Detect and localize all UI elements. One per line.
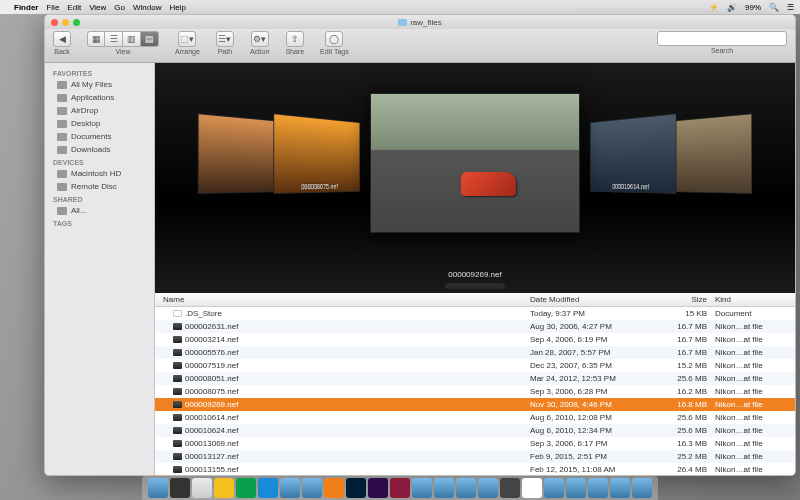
sidebar-item[interactable]: Macintosh HD [45,167,154,180]
table-row[interactable]: 000008051.nefMar 24, 2012, 12:53 PM25.6 … [155,372,795,385]
table-row[interactable]: 000010624.nefAug 6, 2010, 12:34 PM25.6 M… [155,424,795,437]
arrange-button[interactable]: ⬚▾ [178,31,196,47]
sidebar-item[interactable]: AirDrop [45,104,154,117]
dock-app-icon[interactable] [588,478,608,498]
file-icon [173,349,182,356]
sidebar-item[interactable]: Remote Disc [45,180,154,193]
file-size: 16.8 MB [660,400,715,409]
menu-help[interactable]: Help [169,3,185,12]
dock-app-icon[interactable] [566,478,586,498]
sidebar-item[interactable]: Applications [45,91,154,104]
table-row[interactable]: 000009269.nefNov 30, 2008, 4:46 PM16.8 M… [155,398,795,411]
volume-icon[interactable]: 🔊 [727,3,737,12]
dock-finder-icon[interactable] [148,478,168,498]
back-button[interactable]: ◀ [53,31,71,47]
view-icon-button[interactable]: ▦ [87,31,105,47]
file-name: 000010614.nef [185,413,238,422]
sidebar-item-icon [57,170,67,178]
sidebar-item[interactable]: Documents [45,130,154,143]
close-button[interactable] [51,19,58,26]
file-size: 16.7 MB [660,322,715,331]
minimize-button[interactable] [62,19,69,26]
dock-app-icon[interactable] [412,478,432,498]
table-row[interactable]: 000013127.nefFeb 9, 2015, 2:51 PM25.2 MB… [155,450,795,463]
file-kind: Document [715,309,795,318]
edit-tags-label: Edit Tags [320,48,349,55]
sidebar-item-icon [57,207,67,215]
table-row[interactable]: 000008075.nefSep 3, 2006, 6:28 PM16.2 MB… [155,385,795,398]
wifi-icon[interactable]: ⚡ [709,3,719,12]
path-button[interactable]: ☰▾ [216,31,234,47]
action-button[interactable]: ⚙▾ [251,31,269,47]
menu-view[interactable]: View [89,3,106,12]
notification-icon[interactable]: ☰ [787,3,794,12]
back-label: Back [54,48,70,55]
share-button[interactable]: ⇪ [286,31,304,47]
dock-app-icon[interactable] [500,478,520,498]
sidebar-item[interactable]: All... [45,204,154,217]
table-row[interactable]: 000005576.nefJan 28, 2007, 5:57 PM16.7 M… [155,346,795,359]
coverflow-item[interactable]: 000008075.nef [273,113,360,194]
menu-go[interactable]: Go [114,3,125,12]
file-kind: Nikon…at file [715,465,795,474]
dock-app-icon[interactable] [434,478,454,498]
coverflow-item[interactable]: 000010614.nef [590,113,677,194]
sidebar-item[interactable]: Downloads [45,143,154,156]
menu-window[interactable]: Window [133,3,161,12]
view-label: View [115,48,130,55]
menu-file[interactable]: File [46,3,59,12]
table-row[interactable]: 000013069.nefSep 3, 2006, 6:17 PM16.3 MB… [155,437,795,450]
file-list[interactable]: .DS_StoreToday, 9:37 PM15 KBDocument0000… [155,307,795,475]
menu-edit[interactable]: Edit [67,3,81,12]
dock-app-icon[interactable] [192,478,212,498]
file-kind: Nikon…at file [715,322,795,331]
coverflow-center-item[interactable] [370,93,580,233]
dock-app-icon[interactable] [280,478,300,498]
edit-tags-button[interactable]: ◯ [325,31,343,47]
table-row[interactable]: .DS_StoreToday, 9:37 PM15 KBDocument [155,307,795,320]
column-kind[interactable]: Kind [715,295,795,304]
dock-app-icon[interactable] [302,478,322,498]
column-size[interactable]: Size [660,295,715,304]
file-name: 000010624.nef [185,426,238,435]
dock-indesign-icon[interactable] [368,478,388,498]
column-name[interactable]: Name [155,295,530,304]
zoom-button[interactable] [73,19,80,26]
path-label: Path [218,48,232,55]
table-row[interactable]: 000013155.nefFeb 12, 2015, 11:08 AM26.4 … [155,463,795,475]
spotlight-icon[interactable]: 🔍 [769,3,779,12]
app-name[interactable]: Finder [14,3,38,12]
sidebar-item[interactable]: All My Files [45,78,154,91]
table-row[interactable]: 000007519.nefDec 23, 2007, 6:35 PM15.2 M… [155,359,795,372]
dock-app-icon[interactable] [170,478,190,498]
dock-app-icon[interactable] [258,478,278,498]
dock-calendar-icon[interactable] [522,478,542,498]
dock[interactable] [142,476,658,500]
dock-app-icon[interactable] [478,478,498,498]
table-row[interactable]: 000003214.nefSep 4, 2006, 6:19 PM16.7 MB… [155,333,795,346]
dock-app-icon[interactable] [214,478,234,498]
search-input[interactable] [657,31,787,46]
dock-app-icon[interactable] [236,478,256,498]
dock-app-icon[interactable] [456,478,476,498]
table-row[interactable]: 000010614.nefAug 6, 2010, 12:08 PM25.6 M… [155,411,795,424]
sidebar-item[interactable]: Desktop [45,117,154,130]
coverflow-scrubber[interactable] [445,283,505,289]
view-coverflow-button[interactable]: ▤ [141,31,159,47]
dock-app-icon[interactable] [610,478,630,498]
view-column-button[interactable]: ▥ [123,31,141,47]
view-list-button[interactable]: ☰ [105,31,123,47]
dock-photoshop-icon[interactable] [346,478,366,498]
file-size: 15 KB [660,309,715,318]
coverflow-area[interactable]: 000008075.nef 000010614.nef 000009269.ne… [155,63,795,293]
dock-illustrator-icon[interactable] [324,478,344,498]
sidebar-item-label: Macintosh HD [71,169,121,178]
sidebar-header: Devices [45,156,154,167]
table-row[interactable]: 000002631.nefAug 30, 2006, 4:27 PM16.7 M… [155,320,795,333]
file-size: 25.6 MB [660,374,715,383]
dock-trash-icon[interactable] [632,478,652,498]
dock-app-icon[interactable] [544,478,564,498]
column-date[interactable]: Date Modified [530,295,660,304]
titlebar[interactable]: raw_files [45,15,795,29]
dock-app-icon[interactable] [390,478,410,498]
